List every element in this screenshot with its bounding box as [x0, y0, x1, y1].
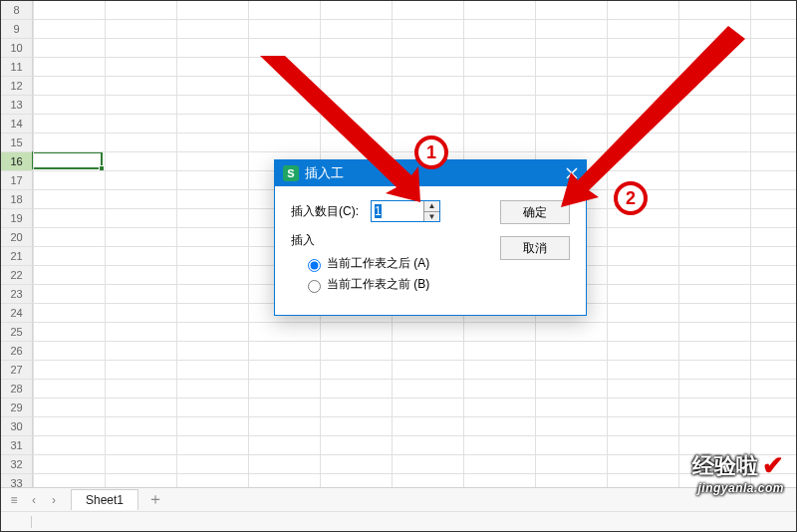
row-header[interactable]: 16: [1, 152, 33, 171]
row-header[interactable]: 22: [1, 266, 33, 285]
sheet-tab-bar: ≡ ‹ › Sheet1 ＋: [1, 487, 796, 511]
row-header[interactable]: 30: [1, 417, 33, 436]
row-header[interactable]: 21: [1, 247, 33, 266]
row-header[interactable]: 23: [1, 285, 33, 304]
row-header[interactable]: 18: [1, 190, 33, 209]
sheet-tab[interactable]: Sheet1: [71, 489, 138, 510]
row-header[interactable]: 10: [1, 39, 33, 58]
count-input[interactable]: [372, 201, 423, 221]
spinner-down-icon[interactable]: ▼: [424, 212, 439, 222]
row-header[interactable]: 15: [1, 133, 33, 152]
row-header[interactable]: 19: [1, 209, 33, 228]
row-header[interactable]: 17: [1, 171, 33, 190]
add-sheet-button[interactable]: ＋: [144, 489, 166, 511]
insert-sheet-dialog: S 插入工 插入数目(C): ▲ ▼ 插入 当前工作表之后 (A) 当前工作表之…: [274, 159, 587, 316]
row-header[interactable]: 24: [1, 304, 33, 323]
tab-menu-icon[interactable]: ≡: [5, 491, 23, 509]
tab-nav-prev-icon[interactable]: ‹: [25, 491, 43, 509]
row-header[interactable]: 26: [1, 342, 33, 361]
radio-after-label: 当前工作表之后 (A): [327, 255, 429, 272]
dialog-titlebar[interactable]: S 插入工: [275, 160, 586, 186]
row-header[interactable]: 12: [1, 77, 33, 96]
status-bar: [1, 511, 796, 531]
row-header[interactable]: 25: [1, 323, 33, 342]
row-header[interactable]: 9: [1, 20, 33, 39]
cancel-button[interactable]: 取消: [500, 236, 570, 260]
row-header[interactable]: 14: [1, 115, 33, 133]
close-icon[interactable]: [562, 163, 582, 183]
row-header[interactable]: 32: [1, 455, 33, 474]
row-header[interactable]: 29: [1, 399, 33, 417]
ok-button[interactable]: 确定: [500, 200, 570, 224]
dialog-title: 插入工: [305, 164, 344, 182]
radio-after[interactable]: [308, 259, 321, 272]
row-header[interactable]: 13: [1, 96, 33, 115]
row-header[interactable]: 20: [1, 228, 33, 247]
selected-cell: [32, 151, 103, 169]
row-header[interactable]: 8: [1, 1, 33, 20]
row-header[interactable]: 31: [1, 436, 33, 455]
radio-before[interactable]: [308, 280, 321, 293]
count-spinner[interactable]: ▲ ▼: [371, 200, 440, 222]
row-header[interactable]: 28: [1, 380, 33, 399]
radio-before-label: 当前工作表之前 (B): [327, 276, 429, 293]
spinner-up-icon[interactable]: ▲: [424, 201, 439, 212]
row-header[interactable]: 11: [1, 58, 33, 77]
row-header[interactable]: 27: [1, 361, 33, 380]
app-icon: S: [283, 165, 299, 181]
tab-nav-next-icon[interactable]: ›: [45, 491, 63, 509]
count-label: 插入数目(C):: [291, 203, 371, 220]
